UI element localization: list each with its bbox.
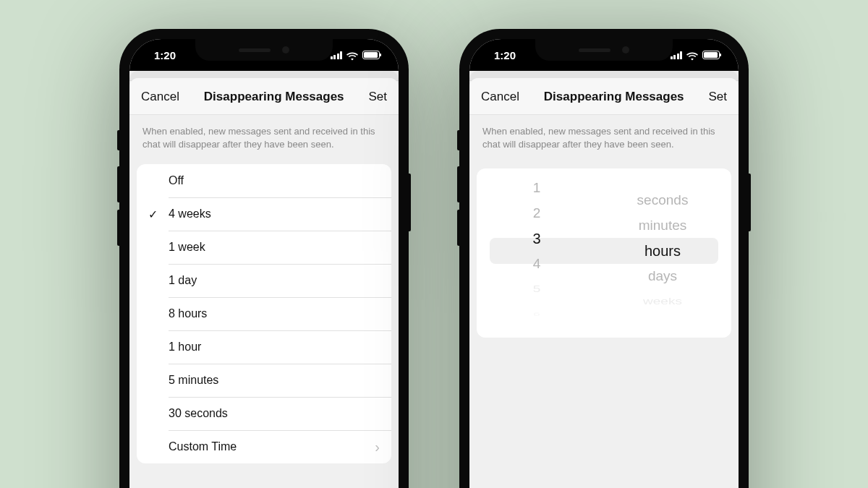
custom-time-picker: 1 2 3 4 5 6 seconds minutes: [477, 168, 731, 338]
picker-item[interactable]: minutes: [639, 216, 687, 235]
checkmark-icon: ✓: [137, 207, 169, 221]
side-button: [117, 166, 119, 202]
picker-item-selected[interactable]: 3: [532, 229, 540, 248]
phone-frame-right: 1:20 Cancel Disappearing Messages Set Wh…: [459, 29, 749, 488]
set-button[interactable]: Set: [708, 90, 727, 104]
notch: [535, 39, 673, 61]
phone-frame-left: 1:20 Cancel Disappearing Messages Set Wh…: [119, 29, 409, 488]
picker-item[interactable]: seconds: [637, 191, 689, 210]
sheet-title: Disappearing Messages: [544, 90, 684, 104]
options-list: Off ✓4 weeks 1 week 1 day 8 hours 1 hour…: [137, 164, 391, 463]
side-button: [117, 210, 119, 246]
set-button[interactable]: Set: [368, 90, 387, 104]
option-label: Off: [169, 174, 380, 187]
option-30-seconds[interactable]: 30 seconds: [137, 397, 391, 430]
option-label: 5 minutes: [169, 374, 380, 387]
option-label: 4 weeks: [169, 207, 380, 221]
option-label: 8 hours: [169, 307, 380, 320]
option-1-week[interactable]: 1 week: [137, 231, 391, 264]
option-label: 1 day: [169, 274, 380, 287]
notch: [195, 39, 333, 61]
picker-item[interactable]: 2: [533, 204, 541, 223]
option-label: 1 hour: [169, 341, 380, 354]
picker-item[interactable]: weeks: [643, 295, 682, 308]
description-text: When enabled, new messages sent and rece…: [129, 115, 399, 164]
option-label: 30 seconds: [169, 407, 380, 420]
picker-item[interactable]: 1: [533, 179, 541, 197]
option-5-minutes[interactable]: 5 minutes: [137, 364, 391, 397]
option-label: Custom Time: [169, 440, 375, 453]
option-4-weeks[interactable]: ✓4 weeks: [137, 197, 391, 231]
picker-item[interactable]: 6: [533, 310, 540, 319]
picker-item[interactable]: 5: [533, 283, 541, 296]
description-text: When enabled, new messages sent and rece…: [469, 115, 739, 164]
side-button: [457, 130, 459, 150]
option-1-day[interactable]: 1 day: [137, 264, 391, 297]
picker-item[interactable]: 4: [533, 254, 541, 273]
chevron-right-icon: ›: [375, 439, 380, 455]
option-1-hour[interactable]: 1 hour: [137, 330, 391, 364]
modal-sheet: Cancel Disappearing Messages Set When en…: [129, 78, 399, 488]
cancel-button[interactable]: Cancel: [141, 90, 179, 104]
modal-sheet: Cancel Disappearing Messages Set When en…: [469, 78, 739, 488]
option-custom-time[interactable]: Custom Time›: [137, 430, 391, 463]
picker-item-selected[interactable]: hours: [644, 241, 681, 260]
option-off[interactable]: Off: [137, 164, 391, 197]
side-button: [749, 174, 751, 231]
picker-item[interactable]: days: [648, 267, 677, 286]
option-8-hours[interactable]: 8 hours: [137, 297, 391, 330]
side-button: [457, 210, 459, 246]
side-button: [117, 130, 119, 150]
option-label: 1 week: [169, 241, 380, 254]
side-button: [457, 166, 459, 202]
sheet-title: Disappearing Messages: [204, 90, 344, 104]
cancel-button[interactable]: Cancel: [481, 90, 519, 104]
side-button: [409, 174, 411, 231]
